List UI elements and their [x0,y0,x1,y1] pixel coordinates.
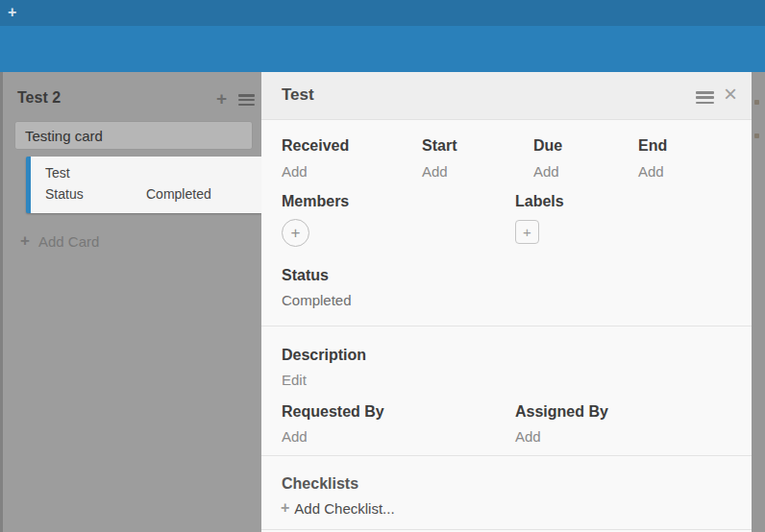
close-icon[interactable]: × [724,81,737,108]
card-menu-icon[interactable] [696,91,714,104]
due-label: Due [533,137,562,154]
add-card-button[interactable]: + Add Card [20,231,99,251]
list-menu-icon[interactable] [238,94,255,106]
add-checklist-label: Add Checklist... [294,500,394,517]
start-label: Start [422,137,457,154]
minicard-field-label: Status [45,186,84,202]
start-field: Start Add [422,137,457,180]
due-add-link[interactable]: Add [533,163,562,180]
start-add-link[interactable]: Add [422,163,457,180]
app-topbar: + [0,0,765,26]
minicard-test[interactable]: Test Status Completed [26,157,261,213]
requested-by-add-link[interactable]: Add [282,428,308,445]
status-label: Status [282,267,329,284]
board-background-strip [752,72,765,532]
board-header-bar [0,26,765,72]
list-title: Test 2 [17,89,61,107]
received-field: Received Add [282,137,349,180]
assigned-by-label: Assigned By [515,403,608,421]
members-label: Members [282,193,349,210]
add-label-button[interactable]: + [515,220,539,244]
add-card-label: Add Card [38,233,99,250]
assigned-by-add-link[interactable]: Add [515,428,541,445]
card-composer-input[interactable] [14,121,253,150]
add-member-button[interactable]: + [282,219,309,247]
end-field: End Add [638,137,667,180]
due-field: Due Add [533,137,562,180]
requested-by-label: Requested By [282,403,384,421]
minicard-title: Test [45,165,70,181]
card-detail-panel: Test × Received Add Start Add Due Add En… [261,72,752,532]
card-detail-body: Received Add Start Add Due Add End Add M… [261,120,752,532]
add-board-icon[interactable]: + [8,4,16,21]
description-label: Description [282,347,366,364]
hidden-list-icon [754,100,759,105]
plus-icon: + [281,499,289,517]
end-label: End [638,137,667,154]
section-divider [261,529,752,530]
hidden-list-icon [754,133,759,138]
status-value: Completed [282,292,352,308]
plus-icon: + [523,224,531,240]
section-divider [261,455,752,456]
section-divider [261,326,752,326]
description-edit-link[interactable]: Edit [282,372,307,388]
labels-label: Labels [515,193,564,210]
card-title[interactable]: Test [282,85,314,105]
card-detail-header: Test × [261,72,752,120]
plus-icon: + [291,224,301,243]
add-checklist-button[interactable]: + Add Checklist... [281,499,395,517]
plus-icon: + [20,232,30,250]
received-label: Received [282,137,349,154]
minicard-field-value: Completed [146,186,211,202]
list-test-2: Test 2 + Test Status Completed + Add Car… [3,72,261,532]
checklists-label: Checklists [282,475,358,493]
list-add-card-icon[interactable]: + [216,88,227,109]
end-add-link[interactable]: Add [638,163,667,180]
received-add-link[interactable]: Add [282,163,349,180]
